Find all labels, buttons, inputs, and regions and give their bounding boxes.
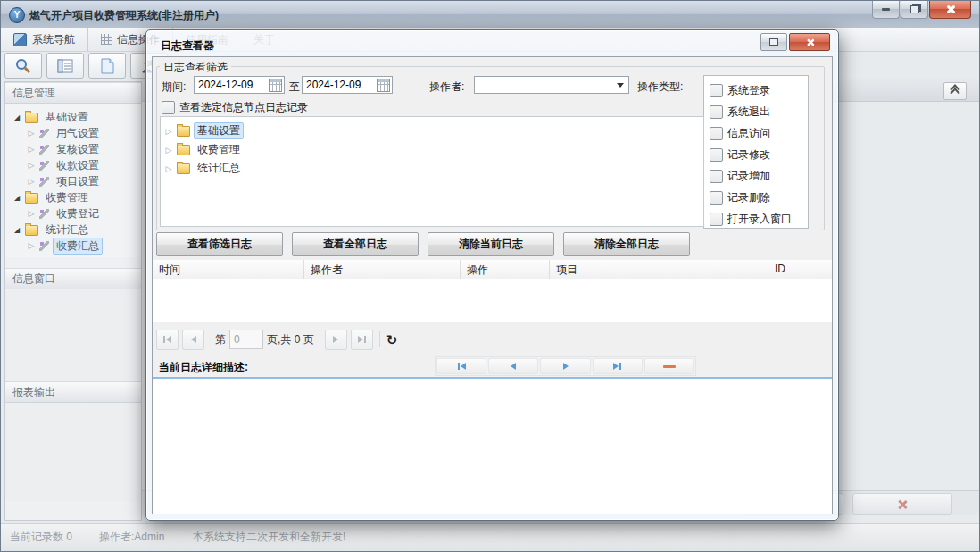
dialog-tree-item-statistics[interactable]: ▷ 统计汇总	[164, 159, 703, 178]
detail-text-area[interactable]	[153, 377, 833, 514]
operator-combobox[interactable]	[474, 76, 629, 94]
last-page-icon	[364, 336, 366, 343]
type-option-open-entry-window[interactable]: 打开录入窗口	[710, 208, 808, 229]
triangle-right-icon	[358, 336, 363, 343]
sidebar-item-gas-settings[interactable]: ▷ 用气设置	[5, 125, 141, 141]
dialog-tree-item-fee-management[interactable]: ▷ 收费管理	[164, 140, 703, 159]
nav-prev-button[interactable]	[488, 358, 538, 374]
column-header-time[interactable]: 时间	[153, 260, 304, 279]
operation-type-list: 系统登录 系统退出 信息访问 记录修改 记录增加 记录删除 打开录入窗口 关闭录…	[703, 75, 809, 229]
search-button[interactable]	[4, 53, 42, 79]
dropdown-arrow-icon	[617, 83, 624, 88]
sidebar-section-report-output[interactable]: 报表输出	[5, 381, 141, 403]
prev-page-button[interactable]	[182, 330, 204, 350]
nav-last-button[interactable]	[593, 358, 643, 374]
type-option-logout[interactable]: 系统退出	[710, 101, 808, 122]
page-prefix-label: 第	[215, 332, 226, 347]
info-window-panel	[5, 289, 141, 381]
list-icon	[57, 59, 73, 73]
folder-icon	[25, 225, 38, 236]
sidebar-section-info-window[interactable]: 信息窗口	[5, 268, 141, 289]
clear-current-log-button[interactable]: 清除当前日志	[428, 232, 554, 256]
checkbox-icon[interactable]	[710, 127, 723, 140]
node-filter-checkbox-row[interactable]: 查看选定信息节点日志记录	[162, 100, 308, 115]
checkbox-label: 打开录入窗口	[727, 212, 792, 227]
tab-system-nav[interactable]: 系统导航	[1, 28, 88, 51]
tree-label: 收费管理	[194, 141, 244, 158]
collapse-panel-button[interactable]	[943, 82, 967, 100]
type-option-record-delete[interactable]: 记录删除	[710, 187, 808, 208]
checkbox-icon[interactable]	[162, 101, 175, 114]
close-icon	[945, 4, 955, 14]
sidebar-tree: ◢ 基础设置 ▷ 用气设置 ▷ 复核设置 ▷ 收款设置 ▷	[5, 104, 141, 257]
nav-first-button[interactable]	[436, 358, 486, 374]
status-bar: 当前记录数 0 操作者:Admin 本系统支持二次开发和全新开发!	[1, 523, 979, 552]
maximize-icon	[769, 38, 778, 46]
clear-all-log-button[interactable]: 清除全部日志	[563, 232, 690, 256]
sidebar-item-fee-summary[interactable]: ▷ 收费汇总	[5, 238, 141, 254]
type-option-record-add[interactable]: 记录增加	[710, 165, 808, 187]
nav-square-icon	[13, 33, 27, 46]
sidebar-item-basic-settings[interactable]: ◢ 基础设置	[5, 109, 141, 125]
date-from-input[interactable]	[195, 79, 269, 91]
next-page-button[interactable]	[325, 330, 347, 350]
sidebar-item-review-settings[interactable]: ▷ 复核设置	[5, 141, 141, 157]
minimize-button[interactable]	[872, 1, 900, 19]
maximize-icon	[910, 5, 919, 13]
type-option-record-modify[interactable]: 记录修改	[710, 144, 808, 165]
triangle-left-icon	[166, 336, 171, 343]
tree-label-selected: 基础设置	[194, 122, 244, 139]
last-page-button[interactable]	[351, 330, 373, 350]
detail-label: 当前日志详细描述:	[159, 360, 248, 375]
checkbox-icon[interactable]	[710, 213, 723, 226]
status-note: 本系统支持二次开发和全新开发!	[193, 530, 345, 545]
date-to-input[interactable]	[303, 79, 377, 91]
nav-next-button[interactable]	[540, 358, 590, 374]
refresh-button[interactable]: ↻	[386, 333, 398, 347]
checkbox-icon[interactable]	[710, 105, 723, 119]
calendar-icon[interactable]	[377, 79, 390, 92]
checkbox-icon[interactable]	[710, 191, 723, 205]
grid-icon	[101, 34, 112, 45]
checkbox-icon[interactable]	[710, 148, 723, 162]
folder-icon	[177, 126, 190, 137]
expanded-triangle-icon: ◢	[12, 113, 21, 121]
type-option-info-access[interactable]: 信息访问	[710, 122, 808, 144]
checkbox-icon[interactable]	[710, 84, 723, 97]
document-button[interactable]	[88, 53, 126, 79]
sidebar-item-fee-management[interactable]: ◢ 收费管理	[5, 189, 141, 205]
sidebar-item-project-settings[interactable]: ▷ 项目设置	[5, 173, 141, 189]
collapsed-triangle-icon: ▷	[27, 161, 36, 170]
dialog-maximize-button[interactable]	[760, 33, 787, 51]
first-page-button[interactable]	[156, 330, 179, 350]
operator-label: 操作者:	[429, 79, 464, 95]
close-button[interactable]	[929, 1, 971, 19]
checkbox-icon[interactable]	[710, 170, 723, 183]
dialog-tree-item-basic-settings[interactable]: ▷ 基础设置	[164, 121, 703, 140]
view-filtered-log-button[interactable]: 查看筛选日志	[156, 232, 283, 256]
folder-icon	[177, 145, 190, 155]
nav-remove-button[interactable]	[644, 358, 694, 374]
dialog-close-button[interactable]	[789, 33, 830, 51]
calendar-icon[interactable]	[269, 79, 282, 92]
checkbox-label: 记录修改	[727, 147, 770, 163]
column-header-project[interactable]: 项目	[550, 260, 768, 279]
window-title: 燃气开户项目收费管理系统(非注册用户)	[29, 8, 219, 23]
column-header-operator[interactable]: 操作者	[304, 260, 461, 279]
search-icon	[14, 58, 32, 74]
tool-icon	[39, 241, 49, 251]
folder-icon	[25, 113, 38, 123]
view-all-log-button[interactable]: 查看全部日志	[292, 232, 419, 256]
collapsed-triangle-icon: ▷	[164, 146, 173, 155]
column-header-id[interactable]: ID	[768, 260, 833, 279]
sidebar-section-info-management[interactable]: 信息管理	[5, 82, 141, 104]
list-view-button[interactable]	[46, 53, 84, 79]
sidebar-item-statistics[interactable]: ◢ 统计汇总	[5, 222, 141, 238]
sidebar-item-fee-register[interactable]: ▷ 收费登记	[5, 205, 141, 222]
type-option-login[interactable]: 系统登录	[710, 79, 808, 101]
page-number-input[interactable]	[229, 330, 263, 349]
sidebar-item-payment-settings[interactable]: ▷ 收款设置	[5, 157, 141, 173]
maximize-button[interactable]	[901, 1, 928, 19]
cancel-button[interactable]	[852, 493, 952, 515]
column-header-operation[interactable]: 操作	[461, 260, 550, 279]
